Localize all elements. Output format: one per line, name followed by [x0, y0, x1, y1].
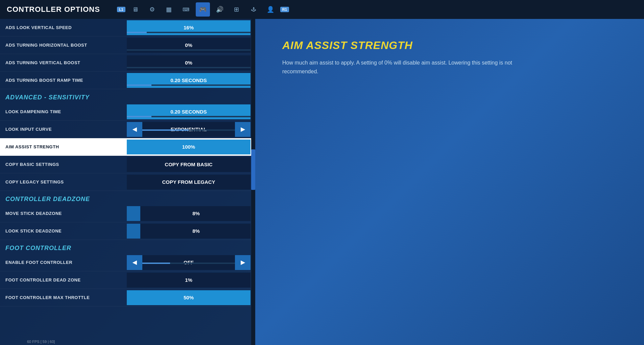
value-text: 0% — [185, 42, 192, 48]
setting-row-enable-foot-controller[interactable]: ENABLE FOOT CONTROLLER ◀ OFF ▶ — [0, 254, 255, 271]
header-icon-bar: L1 🖥 ⚙ ▦ ⌨ 🎮 🔊 ⊞ 🕹 👤 R1 — [117, 2, 289, 17]
setting-value[interactable]: ◀ OFF ▶ — [127, 255, 251, 270]
speaker-icon[interactable]: 🔊 — [213, 2, 227, 17]
setting-label: ADS TURNING VERTICAL BOOST — [0, 57, 127, 68]
value-text: 50% — [184, 295, 194, 300]
setting-row-look-stick-deadzone[interactable]: LOOK STICK DEADZONE 8% — [0, 222, 255, 240]
setting-row-ads-look-vertical-speed[interactable]: ADS LOOK VERTICAL SPEED 16% — [0, 19, 255, 36]
main-layout: ADS LOOK VERTICAL SPEED 16% ADS TURNING … — [0, 19, 644, 345]
controller-icon[interactable]: 🎮 — [196, 2, 210, 17]
setting-value[interactable]: 0% — [127, 38, 251, 53]
section-advanced-sensitivity: ADVANCED - SENSITIVITY — [0, 89, 255, 103]
section-controller-deadzone: CONTROLLER DEADZONE — [0, 191, 255, 205]
arrow-left-btn[interactable]: ◀ — [127, 122, 142, 137]
user-icon[interactable]: 👤 — [263, 2, 278, 17]
value-text: 8% — [192, 211, 200, 216]
setting-value[interactable]: 50% — [127, 290, 251, 305]
value-text: COPY FROM BASIC — [165, 162, 212, 167]
setting-value[interactable]: 0% — [127, 55, 251, 70]
setting-value[interactable]: 0.20 Seconds — [127, 73, 251, 88]
setting-row-look-input-curve[interactable]: LOOK INPUT CURVE ◀ EXPONENTIAL ▶ — [0, 121, 255, 138]
setting-row-aim-assist-strength[interactable]: AIM ASSIST STRENGTH 100% — [0, 138, 255, 156]
setting-row-ads-turning-vertical-boost[interactable]: ADS TURNING VERTICAL BOOST 0% — [0, 54, 255, 72]
setting-value[interactable]: COPY FROM LEGACY — [127, 175, 251, 190]
setting-row-ads-turning-boost-ramp-time[interactable]: ADS TURNING BOOST RAMP TIME 0.20 Seconds — [0, 72, 255, 89]
fps-counter: 60 FPS [ 59 | 60] — [27, 340, 55, 344]
setting-row-move-stick-deadzone[interactable]: MOVE STICK DEADZONE 8% — [0, 205, 255, 222]
gear-icon[interactable]: ⚙ — [145, 2, 159, 17]
setting-value[interactable]: 100% — [127, 140, 251, 154]
setting-row-ads-turning-horizontal-boost[interactable]: ADS TURNING HORIZONTAL BOOST 0% — [0, 36, 255, 54]
setting-label: ADS TURNING BOOST RAMP TIME — [0, 75, 127, 85]
setting-label: ADS TURNING HORIZONTAL BOOST — [0, 40, 127, 50]
setting-value[interactable]: 1% — [127, 273, 251, 288]
value-text: 1% — [185, 277, 192, 283]
r1-badge[interactable]: R1 — [280, 7, 289, 12]
value-text: EXPONENTIAL — [142, 126, 235, 132]
value-text: 0.20 Seconds — [170, 77, 207, 83]
gamepad-icon[interactable]: 🕹 — [246, 2, 261, 17]
value-text: 8% — [192, 228, 200, 234]
setting-label: FOOT CONTROLLER MAX THROTTLE — [0, 292, 127, 303]
arrow-right-btn[interactable]: ▶ — [235, 122, 251, 137]
page-title: Controller Options — [7, 5, 100, 14]
info-title: AIM ASSIST STRENGTH — [282, 39, 617, 52]
setting-row-foot-controller-dead-zone[interactable]: FOOT CONTROLLER DEAD ZONE 1% — [0, 271, 255, 289]
setting-label: COPY BASIC SETTINGS — [0, 159, 127, 170]
setting-label: MOVE STICK DEADZONE — [0, 208, 127, 219]
setting-label: ENABLE FOOT CONTROLLER — [0, 257, 127, 268]
setting-label: LOOK INPUT CURVE — [0, 124, 127, 134]
monitor-icon[interactable]: 🖥 — [128, 2, 142, 17]
setting-label: COPY LEGACY SETTINGS — [0, 177, 127, 187]
setting-value[interactable]: 0.20 Seconds — [127, 104, 251, 119]
settings-panel: ADS LOOK VERTICAL SPEED 16% ADS TURNING … — [0, 19, 255, 345]
setting-row-foot-controller-max-throttle[interactable]: FOOT CONTROLLER MAX THROTTLE 50% — [0, 289, 255, 306]
arrow-left-btn[interactable]: ◀ — [127, 255, 142, 270]
setting-value[interactable]: COPY FROM BASIC — [127, 157, 251, 172]
info-description: How much aim assist to apply. A setting … — [282, 58, 512, 76]
setting-label: AIM ASSIST STRENGTH — [0, 142, 127, 152]
value-text: COPY FROM LEGACY — [162, 179, 215, 185]
value-text: 0.20 Seconds — [170, 109, 207, 115]
section-foot-controller: FOOT CONTROLLER — [0, 240, 255, 254]
value-text: 16% — [184, 25, 194, 30]
setting-value[interactable]: 8% — [127, 224, 251, 239]
setting-row-look-dampening-time[interactable]: LOOK DAMPENING TIME 0.20 Seconds — [0, 103, 255, 121]
setting-value[interactable]: 16% — [127, 20, 251, 35]
setting-label: ADS LOOK VERTICAL SPEED — [0, 22, 127, 33]
setting-value[interactable]: 8% — [127, 206, 251, 221]
arrow-right-btn[interactable]: ▶ — [235, 255, 251, 270]
value-text: 100% — [182, 144, 195, 150]
l1-badge[interactable]: L1 — [117, 7, 125, 12]
scrollbar-track[interactable] — [251, 19, 255, 345]
setting-row-copy-legacy-settings[interactable]: COPY LEGACY SETTINGS COPY FROM LEGACY — [0, 173, 255, 191]
setting-label: LOOK DAMPENING TIME — [0, 106, 127, 117]
network-icon[interactable]: ⊞ — [230, 2, 244, 17]
header: Controller Options L1 🖥 ⚙ ▦ ⌨ 🎮 🔊 ⊞ 🕹 👤 … — [0, 0, 644, 19]
list-icon[interactable]: ▦ — [162, 2, 176, 17]
info-panel: AIM ASSIST STRENGTH How much aim assist … — [255, 19, 644, 345]
scrollbar-thumb[interactable] — [251, 149, 255, 190]
setting-label: LOOK STICK DEADZONE — [0, 226, 127, 236]
value-text: 0% — [185, 60, 192, 66]
keyboard-icon[interactable]: ⌨ — [179, 2, 193, 17]
setting-label: FOOT CONTROLLER DEAD ZONE — [0, 275, 127, 285]
setting-value[interactable]: ◀ EXPONENTIAL ▶ — [127, 122, 251, 137]
setting-row-copy-basic-settings[interactable]: COPY BASIC SETTINGS COPY FROM BASIC — [0, 156, 255, 173]
value-text: OFF — [142, 260, 235, 265]
